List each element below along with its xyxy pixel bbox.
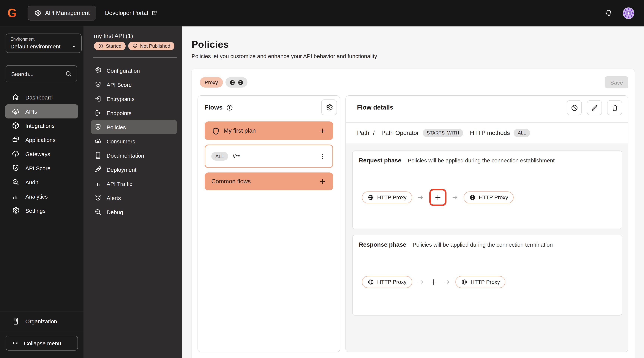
sidebar-item-integrations[interactable]: Integrations — [5, 118, 78, 133]
api-item-entrypoints[interactable]: Entrypoints — [91, 92, 177, 106]
http-methods-label: HTTP methods — [470, 130, 510, 136]
api-item-label: Debug — [106, 209, 123, 215]
api-item-label: Alerts — [106, 195, 121, 201]
add-policy-button-highlighted[interactable] — [429, 189, 446, 206]
disable-flow-button[interactable] — [567, 100, 582, 115]
api-item-label: Entrypoints — [106, 95, 134, 102]
home-icon — [12, 93, 20, 101]
request-phase-card: Request phase Policies will be applied d… — [352, 150, 622, 229]
sidebar-bottom: Organization Collapse menu — [0, 311, 84, 358]
api-item-api-score[interactable]: API Score — [91, 77, 177, 92]
phase-name: Response phase — [359, 241, 406, 248]
api-item-endpoints[interactable]: Endpoints — [91, 106, 177, 120]
search-icon — [65, 70, 72, 77]
cloud-x-icon — [132, 43, 138, 49]
path-label: Path — [357, 130, 369, 136]
developer-portal-link[interactable]: Developer Portal — [105, 10, 158, 16]
status-badge-started: Started — [94, 42, 126, 50]
http-methods-chip: ALL — [514, 129, 530, 137]
sidebar-item-label: APIs — [25, 108, 37, 115]
sidebar-item-gateways[interactable]: Gateways — [5, 147, 78, 161]
search-input[interactable] — [10, 70, 62, 77]
more-options-icon[interactable] — [319, 153, 326, 160]
api-item-documentation[interactable]: Documentation — [91, 148, 177, 162]
ban-icon — [570, 104, 578, 112]
sidebar-nav: Dashboard APIs Integrations Applications… — [5, 90, 78, 218]
cube-icon — [12, 121, 20, 130]
sidebar-item-dashboard[interactable]: Dashboard — [5, 90, 78, 104]
topbar-right — [604, 7, 634, 19]
sidebar-item-organization[interactable]: Organization — [0, 312, 84, 331]
top-bar: G API Management Developer Portal — [0, 0, 644, 26]
globe-icon — [368, 194, 374, 201]
flows-settings-button[interactable] — [321, 99, 337, 115]
chevron-down-icon — [71, 43, 77, 49]
sidebar-item-audit[interactable]: Audit — [5, 175, 78, 189]
api-item-label: Deployment — [106, 166, 136, 173]
flow-item[interactable]: ALL //** — [204, 145, 333, 168]
method-chip: ALL — [211, 152, 228, 161]
globe-icon — [229, 79, 236, 85]
collapse-menu-button[interactable]: Collapse menu — [6, 336, 78, 351]
search-check-icon — [12, 178, 20, 186]
phase-name: Request phase — [359, 157, 402, 164]
api-item-alerts[interactable]: Alerts — [91, 191, 177, 205]
save-button[interactable]: Save — [605, 76, 628, 88]
arrow-out-of-box-icon — [94, 109, 102, 117]
environment-value: Default environment — [10, 43, 60, 49]
api-item-deployment[interactable]: Deployment — [91, 162, 177, 177]
api-item-label: Endpoints — [106, 110, 131, 116]
environment-label: Environment — [10, 37, 77, 41]
sidebar-item-settings[interactable]: Settings — [5, 203, 78, 218]
app-switcher-button[interactable]: API Management — [28, 5, 96, 20]
add-policy-button[interactable] — [429, 278, 438, 287]
response-phase-card: Response phase Policies will be applied … — [352, 235, 622, 316]
add-flow-icon[interactable] — [319, 127, 326, 135]
entrypoints-chip[interactable] — [226, 77, 248, 87]
collapse-menu-label: Collapse menu — [24, 340, 61, 346]
sidebar-item-label: API Score — [25, 165, 50, 171]
common-flows-group[interactable]: Common flows — [204, 172, 333, 190]
http-proxy-chip[interactable]: HTTP Proxy — [362, 191, 412, 203]
http-proxy-chip[interactable]: HTTP Proxy — [464, 191, 514, 203]
shield-check-icon — [12, 164, 20, 172]
sidebar-item-apis[interactable]: APIs — [5, 104, 78, 118]
proxy-chip[interactable]: Proxy — [200, 77, 223, 87]
path-operator-chip: STARTS_WITH — [422, 129, 463, 137]
sidebar-item-applications[interactable]: Applications — [5, 133, 78, 147]
sidebar-search[interactable] — [6, 65, 77, 82]
delete-flow-button[interactable] — [607, 100, 622, 115]
api-item-consumers[interactable]: Consumers — [91, 134, 177, 148]
edit-flow-button[interactable] — [587, 100, 602, 115]
path-value: / — [373, 130, 375, 136]
user-avatar[interactable] — [623, 7, 634, 19]
api-item-configuration[interactable]: Configuration — [91, 63, 177, 77]
add-common-flow-icon[interactable] — [319, 178, 326, 185]
info-icon[interactable] — [226, 104, 233, 111]
api-item-debug[interactable]: Debug — [91, 205, 177, 219]
http-proxy-chip[interactable]: HTTP Proxy — [455, 276, 505, 288]
path-operator-label: Path Operator — [382, 130, 419, 136]
api-item-label: API Score — [106, 81, 132, 88]
api-item-policies[interactable]: Policies — [91, 120, 177, 134]
environment-select[interactable]: Environment Default environment — [6, 33, 82, 53]
sidebar-item-api-score[interactable]: API Score — [5, 161, 78, 175]
sidebar-item-label: Integrations — [25, 122, 54, 129]
play-circle-icon — [98, 43, 104, 49]
app-cards-icon — [12, 136, 20, 144]
api-item-api-traffic[interactable]: API Traffic — [91, 177, 177, 191]
page-subtitle: Policies let you customize and enhance y… — [192, 53, 377, 59]
proxy-chip-label: HTTP Proxy — [377, 194, 406, 200]
notifications-bell-icon[interactable] — [604, 9, 613, 17]
trash-icon — [611, 104, 618, 112]
badge-label: Not Published — [140, 43, 170, 49]
plan-group-my-first-plan[interactable]: My first plan — [204, 121, 333, 140]
sidebar-item-analytics[interactable]: Analytics — [5, 189, 78, 203]
http-proxy-chip[interactable]: HTTP Proxy — [362, 276, 412, 288]
flow-details-title: Flow details — [357, 104, 393, 111]
gravitee-logo[interactable]: G — [7, 7, 20, 19]
flow-details-actions — [567, 100, 622, 115]
globe-icon — [469, 194, 476, 201]
api-sidebar: my first API (1) Started Not Published C… — [84, 26, 182, 358]
phase-description: Policies will be applied during the conn… — [412, 241, 553, 248]
